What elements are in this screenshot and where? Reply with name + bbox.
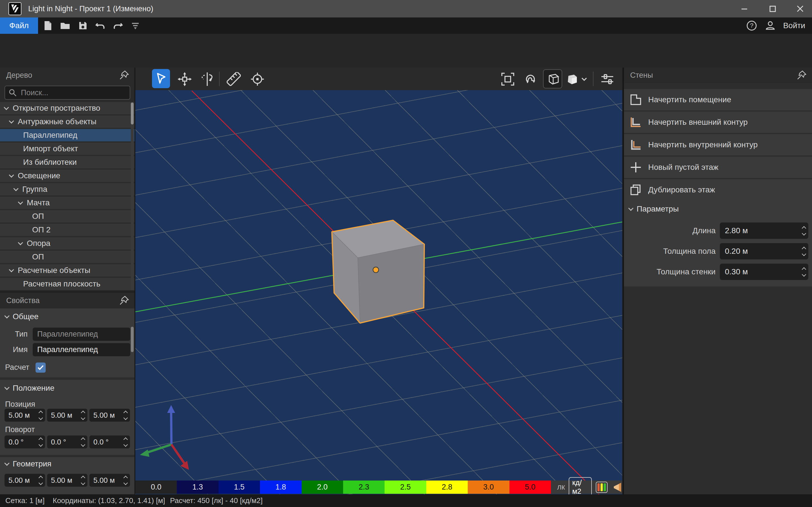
tree-scrollbar-track[interactable] [131,102,134,290]
tree-scrollbar-thumb[interactable] [131,103,134,124]
geometry-x-field[interactable]: 5.00 м [4,474,45,487]
measure-tool-icon[interactable] [227,72,241,86]
properties-scrollbar-thumb[interactable] [131,327,134,352]
geometry-y-field[interactable]: 5.00 м [47,474,88,487]
rotation-x-field[interactable]: 0.0 ° [4,436,45,448]
open-folder-icon[interactable] [60,20,71,31]
tree-item[interactable]: Антуражные объекты [0,115,135,128]
stepper[interactable] [124,476,127,485]
tree-item[interactable]: Открытое пространство [0,102,135,114]
tree-item[interactable]: Опора [0,237,135,249]
draw-outer-contour-button[interactable]: Начертить внешний контур [624,112,812,133]
name-field[interactable]: Параллелепипед [33,343,130,356]
rotate-tool-icon[interactable] [200,72,214,86]
parameters-header[interactable]: Параметры [629,205,679,214]
move-tool-icon[interactable] [177,72,192,86]
floor-thickness-field[interactable]: 0.20 м [720,243,808,260]
stepper[interactable] [82,438,85,446]
position-z-field[interactable]: 5.00 м [89,409,130,421]
wall-thickness-field[interactable]: 0.30 м [720,264,808,280]
tree-item[interactable]: Группа [0,183,135,195]
stepper[interactable] [82,411,85,419]
stepper[interactable] [124,438,127,446]
maximize-button[interactable] [767,3,778,14]
stepper[interactable] [802,247,806,256]
walls-panel: Стены Начертить помещение Начертить внеш… [623,68,812,494]
search-input[interactable] [21,86,128,99]
geometry-z-field[interactable]: 5.00 м [89,474,130,487]
zoom-fit-icon[interactable] [501,72,515,86]
tree-item[interactable]: Мачта [0,196,135,209]
close-button[interactable] [795,3,806,14]
section-position: Положение Позиция 5.00 м 5.00 м 5.00 м П… [0,380,135,455]
help-icon[interactable]: ? [746,20,757,31]
chevron-down-icon[interactable] [18,200,23,205]
tree-item[interactable]: Импорт объект [0,143,135,155]
pin-icon[interactable] [797,70,806,80]
length-label: Длина [624,226,716,235]
tree-item[interactable]: Расчетная плоскость [0,278,135,290]
stepper[interactable] [802,268,806,276]
stepper[interactable] [82,476,85,485]
view-mode-chevron-icon[interactable] [579,72,589,86]
chevron-down-icon[interactable] [9,118,14,123]
tree-item[interactable]: Из библиотеки [0,156,135,168]
section-general-header[interactable]: Общее [5,312,39,321]
stepper[interactable] [802,227,806,235]
calc-label: Расчет [5,363,29,372]
select-tool-button[interactable] [152,69,170,88]
solid-view-icon[interactable] [564,72,578,86]
duplicate-floor-button[interactable]: Дублировать этаж [624,179,812,201]
tree-search[interactable] [4,86,130,100]
chevron-down-icon [4,313,9,318]
target-tool-icon[interactable] [250,72,264,86]
chevron-down-icon[interactable] [18,240,23,245]
palette-icon[interactable] [596,482,608,493]
rotation-y-field[interactable]: 0.0 ° [47,436,88,448]
user-icon[interactable] [765,20,776,31]
snap-magnet-icon[interactable] [523,72,538,86]
pin-icon[interactable] [119,70,129,80]
chevron-down-icon[interactable] [13,186,18,191]
floor-thickness-label: Толщина пола [624,247,716,256]
tree-item[interactable]: Расчетные объекты [0,264,135,277]
unit-lux-label[interactable]: лк [557,483,565,492]
tree-item[interactable]: ОП [0,210,135,223]
tree-item[interactable]: ОП 2 [0,224,135,236]
false-color-cone-icon[interactable] [612,482,622,493]
scale-segment: 2.3 [343,481,385,494]
new-empty-floor-button[interactable]: Новый пустой этаж [624,157,812,178]
draw-inner-contour-button[interactable]: Начертить внутренний контур [624,134,812,156]
length-field[interactable]: 2.80 м [720,223,808,239]
stepper[interactable] [39,411,42,419]
pin-icon[interactable] [119,296,129,305]
tree-item[interactable]: ОП [0,251,135,263]
stepper[interactable] [39,476,42,485]
chevron-down-icon[interactable] [9,172,14,177]
tree-item[interactable]: Освещение [0,170,135,182]
cube-origin-point [373,267,378,273]
rotation-z-field[interactable]: 0.0 ° [89,436,130,448]
new-file-icon[interactable] [42,20,54,31]
position-y-field[interactable]: 5.00 м [47,409,88,421]
redo-icon[interactable] [112,20,123,31]
section-geometry-header[interactable]: Геометрия [5,459,52,468]
viewport-3d[interactable]: 0.0 1.3 1.5 1.8 2.0 2.3 2.5 2.8 3.0 5.0 … [135,68,622,494]
chevron-down-icon[interactable] [9,267,14,272]
file-menu-button[interactable]: Файл [0,17,38,34]
section-position-header[interactable]: Положение [5,384,54,393]
wireframe-view-button[interactable] [543,69,562,89]
calc-checkbox[interactable] [36,362,46,373]
save-icon[interactable] [77,20,89,31]
minimize-button[interactable] [739,3,750,14]
stepper[interactable] [124,411,127,419]
stepper[interactable] [39,438,42,446]
login-button[interactable]: Войти [783,21,805,30]
view-settings-icon[interactable] [600,72,614,86]
draw-room-button[interactable]: Начертить помещение [624,89,812,110]
chevron-down-icon[interactable] [4,105,9,110]
position-x-field[interactable]: 5.00 м [4,409,45,421]
tree-item-selected[interactable]: Параллепипед [0,129,135,142]
undo-icon[interactable] [95,20,106,31]
sort-filter-icon[interactable] [130,20,141,31]
